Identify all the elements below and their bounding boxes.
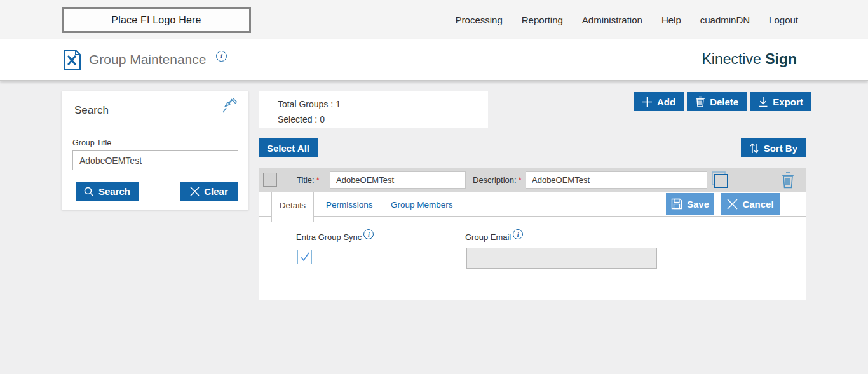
page-title: Group Maintenance bbox=[89, 52, 206, 67]
save-button-label: Save bbox=[687, 199, 709, 210]
group-email-label: Group Email i bbox=[465, 232, 523, 242]
group-maintenance-page-icon bbox=[64, 50, 81, 70]
clear-button[interactable]: Clear bbox=[180, 182, 238, 201]
close-icon bbox=[727, 199, 738, 210]
trash-icon bbox=[695, 96, 705, 107]
description-label: Description:* bbox=[473, 168, 522, 192]
group-title-input[interactable] bbox=[72, 150, 238, 170]
copy-icon[interactable] bbox=[710, 171, 729, 189]
group-email-input[interactable] bbox=[466, 248, 657, 269]
brand-name: Kinective bbox=[702, 51, 761, 67]
search-panel: Search Group Title Search Clear bbox=[62, 91, 248, 210]
add-button[interactable]: Add bbox=[634, 92, 684, 111]
tab-permissions[interactable]: Permissions bbox=[326, 192, 373, 217]
entra-group-sync-label: Entra Group Sync i bbox=[296, 232, 374, 242]
page-header: Group Maintenance i Kinective Sign bbox=[0, 39, 868, 81]
select-all-button[interactable]: Select All bbox=[259, 138, 318, 157]
selected-label: Selected : bbox=[278, 114, 317, 124]
total-groups-value: 1 bbox=[336, 99, 341, 109]
entra-group-sync-info-icon[interactable]: i bbox=[363, 229, 374, 239]
select-all-label: Select All bbox=[267, 143, 309, 154]
tab-details-label: Details bbox=[280, 201, 306, 210]
selected-value: 0 bbox=[320, 114, 325, 124]
tab-details[interactable]: Details bbox=[271, 192, 314, 222]
save-icon bbox=[671, 198, 682, 210]
page-title-info-icon[interactable]: i bbox=[216, 51, 227, 62]
pin-icon[interactable] bbox=[221, 97, 239, 114]
group-actions-toolbar: Add Delete Export bbox=[634, 92, 811, 111]
description-input[interactable] bbox=[526, 171, 707, 189]
nav-item-help[interactable]: Help bbox=[661, 15, 681, 25]
row-trash-icon[interactable] bbox=[781, 171, 795, 189]
group-maintenance-page: Place FI Logo Here Processing Reporting … bbox=[0, 0, 868, 374]
nav-item-username[interactable]: cuadminDN bbox=[700, 15, 750, 25]
tab-permissions-label: Permissions bbox=[326, 200, 373, 210]
export-button-label: Export bbox=[773, 97, 803, 107]
group-row-header: Title:* Description:* bbox=[259, 168, 806, 192]
total-groups-label: Total Groups : bbox=[278, 99, 333, 109]
cancel-button[interactable]: Cancel bbox=[721, 193, 780, 215]
group-row-checkbox[interactable] bbox=[263, 173, 277, 187]
clear-button-label: Clear bbox=[204, 186, 228, 197]
sort-by-label: Sort By bbox=[764, 143, 797, 154]
search-icon bbox=[84, 187, 94, 197]
add-button-label: Add bbox=[657, 97, 675, 107]
export-button[interactable]: Export bbox=[750, 92, 811, 111]
brand-logo: Kinective Sign bbox=[702, 51, 797, 68]
search-panel-title: Search bbox=[74, 104, 109, 117]
top-navigation: Processing Reporting Administration Help… bbox=[456, 0, 798, 39]
nav-item-logout[interactable]: Logout bbox=[769, 15, 798, 25]
groups-summary: Total Groups :1 Selected :0 bbox=[259, 91, 488, 128]
total-groups-line: Total Groups :1 bbox=[278, 97, 488, 112]
title-label: Title:* bbox=[297, 168, 320, 192]
save-button[interactable]: Save bbox=[666, 193, 714, 215]
sort-arrows-icon bbox=[749, 143, 759, 154]
close-icon bbox=[190, 187, 200, 196]
nav-item-reporting[interactable]: Reporting bbox=[522, 15, 563, 25]
search-button-label: Search bbox=[98, 186, 130, 197]
delete-button[interactable]: Delete bbox=[687, 92, 747, 111]
required-marker: * bbox=[519, 175, 522, 185]
cancel-button-label: Cancel bbox=[742, 199, 773, 210]
delete-button-label: Delete bbox=[710, 97, 738, 107]
nav-item-administration[interactable]: Administration bbox=[582, 15, 642, 25]
title-input[interactable] bbox=[330, 171, 466, 189]
group-title-label: Group Title bbox=[72, 138, 111, 147]
fi-logo-placeholder: Place FI Logo Here bbox=[62, 7, 251, 33]
search-button[interactable]: Search bbox=[76, 182, 139, 201]
tab-group-members-label: Group Members bbox=[391, 200, 453, 210]
group-email-info-icon[interactable]: i bbox=[513, 229, 523, 239]
fi-logo-text: Place FI Logo Here bbox=[111, 15, 201, 26]
required-marker: * bbox=[316, 175, 320, 185]
checkmark-icon bbox=[300, 252, 310, 262]
sort-by-button[interactable]: Sort By bbox=[741, 138, 806, 157]
selected-line: Selected :0 bbox=[278, 112, 488, 127]
download-icon bbox=[758, 97, 768, 107]
entra-group-sync-checkbox[interactable] bbox=[297, 250, 312, 264]
tab-group-members[interactable]: Group Members bbox=[391, 192, 453, 217]
brand-product: Sign bbox=[765, 51, 797, 67]
top-bar: Place FI Logo Here Processing Reporting … bbox=[0, 0, 868, 39]
group-detail-panel: Details Permissions Group Members Save C… bbox=[259, 192, 806, 300]
nav-item-processing[interactable]: Processing bbox=[456, 15, 503, 25]
plus-icon bbox=[642, 97, 653, 107]
